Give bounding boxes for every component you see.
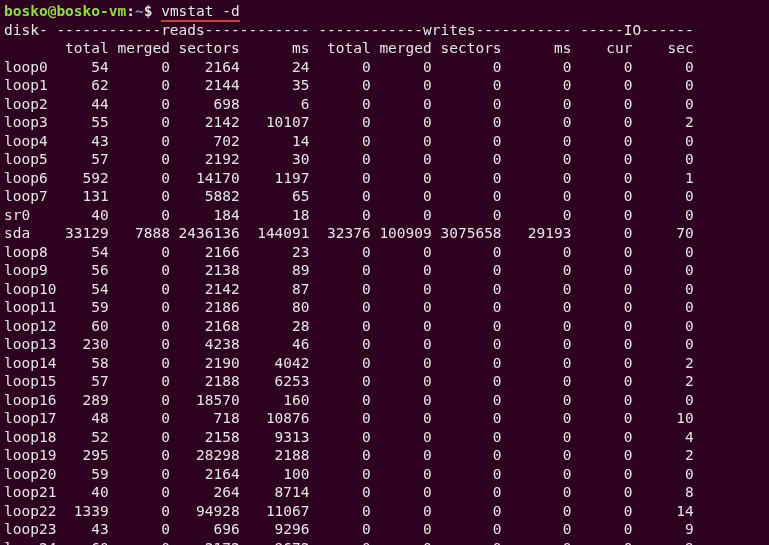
output-rows: loop0 54 0 2164 24 0 0 0 0 0 0 loop1 62 … — [4, 59, 694, 546]
prompt-colon: : — [126, 3, 135, 19]
terminal[interactable]: bosko@bosko-vm:~$ vmstat -d disk- ------… — [0, 0, 769, 545]
prompt-user: bosko@bosko-vm — [4, 3, 126, 19]
header-line-1: disk- ------------reads------------ ----… — [4, 22, 694, 38]
prompt-path: ~ — [135, 3, 144, 19]
prompt-line: bosko@bosko-vm:~$ vmstat -d — [4, 3, 240, 22]
prompt-command: vmstat -d — [152, 3, 239, 22]
header-line-2: total merged sectors ms total merged sec… — [4, 40, 694, 56]
